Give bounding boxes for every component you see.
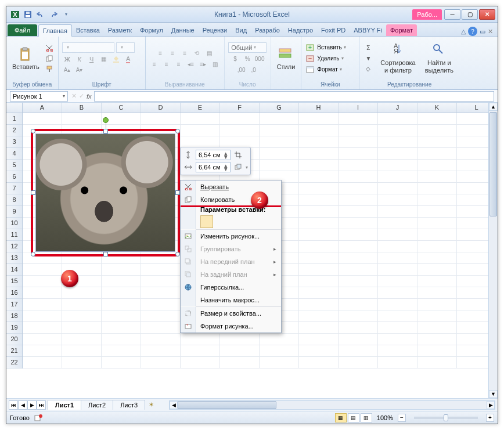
row-header[interactable]: 2 — [6, 125, 22, 136]
enter-formula-icon[interactable]: ✓ — [79, 92, 84, 100]
wrap-text-icon[interactable]: ▤ — [204, 48, 214, 57]
qat-customize-icon[interactable]: ▾ — [61, 9, 71, 20]
grow-font-icon[interactable]: A▴ — [62, 66, 73, 75]
name-box[interactable]: Рисунок 1▾ — [10, 91, 68, 102]
row-header[interactable]: 13 — [6, 252, 22, 264]
indent-increase-icon[interactable]: ≡▸ — [198, 59, 208, 68]
zoom-slider[interactable] — [414, 417, 478, 419]
scroll-down-icon[interactable]: ▼ — [489, 390, 498, 398]
resize-handle[interactable] — [175, 190, 180, 195]
sheet-tab[interactable]: Лист3 — [113, 400, 145, 410]
resize-handle[interactable] — [175, 252, 180, 256]
align-left-icon[interactable]: ≡ — [149, 59, 160, 68]
tab-developer[interactable]: Разрабо — [251, 24, 284, 36]
font-color-icon[interactable]: A — [123, 55, 134, 64]
cells-delete-label[interactable]: Удалить — [317, 55, 339, 62]
zoom-level[interactable]: 100% — [377, 414, 393, 421]
align-top-icon[interactable]: ≡ — [155, 48, 165, 57]
border-icon[interactable]: ▦ — [99, 55, 109, 64]
crop-icon[interactable] — [233, 150, 243, 160]
scroll-thumb[interactable] — [178, 401, 276, 409]
resize-handle[interactable] — [103, 252, 108, 256]
col-header[interactable]: A — [23, 103, 62, 113]
maximize-button[interactable]: ▢ — [462, 9, 478, 20]
close-button[interactable]: ✕ — [479, 9, 495, 20]
row-header[interactable]: 11 — [6, 229, 22, 241]
redo-icon[interactable] — [48, 9, 59, 20]
tab-foxit[interactable]: Foxit PD — [317, 24, 350, 36]
col-header[interactable]: G — [260, 103, 299, 113]
copy-icon[interactable] — [44, 54, 55, 63]
ctx-cut[interactable]: Вырезать — [181, 180, 281, 193]
sort-filter-button[interactable]: AЯ Сортировка и фильтр — [378, 42, 417, 74]
tab-home[interactable]: Главная — [38, 24, 72, 37]
new-sheet-icon[interactable]: ✶ — [145, 401, 157, 409]
col-header[interactable]: K — [417, 103, 457, 113]
row-header[interactable]: 1 — [6, 113, 22, 125]
resize-handle[interactable] — [31, 252, 35, 256]
tab-addins[interactable]: Надстро — [284, 24, 317, 36]
horizontal-scrollbar[interactable]: ◀ ▶ — [169, 400, 495, 410]
font-size-combo[interactable]: ▾ — [116, 42, 135, 53]
row-header[interactable]: 16 — [6, 287, 22, 299]
row-header[interactable]: 12 — [6, 241, 22, 252]
cells-insert-label[interactable]: Вставить — [317, 44, 341, 50]
save-icon[interactable] — [23, 9, 33, 20]
tab-data[interactable]: Данные — [167, 24, 199, 36]
tab-picture-format[interactable]: Формат — [386, 24, 417, 36]
sheet-first-icon[interactable]: ⏮ — [9, 400, 18, 410]
arrange-icon[interactable] — [233, 162, 243, 172]
mini-dropdown-icon[interactable]: ▾ — [246, 165, 248, 170]
insert-cells-icon[interactable]: + — [305, 43, 315, 52]
col-header[interactable]: I — [339, 103, 378, 113]
row-header[interactable]: 6 — [6, 171, 22, 183]
zoom-knob[interactable] — [444, 414, 448, 421]
percent-icon[interactable]: % — [242, 55, 253, 64]
window-restore-icon[interactable]: ▭ — [480, 28, 485, 35]
minimize-button[interactable]: ─ — [444, 9, 460, 20]
comma-icon[interactable]: 000 — [254, 55, 265, 64]
sheet-tab[interactable]: Лист1 — [48, 400, 81, 410]
row-header[interactable]: 8 — [6, 194, 22, 206]
window-close-doc-icon[interactable]: ✕ — [488, 28, 493, 35]
cut-icon[interactable] — [44, 44, 55, 53]
tab-review[interactable]: Рецензи — [199, 24, 232, 36]
col-header[interactable]: J — [378, 103, 417, 113]
ctx-size-properties[interactable]: Размер и свойства... — [181, 307, 281, 320]
fill-color-icon[interactable] — [111, 55, 121, 64]
ctx-hyperlink[interactable]: Гиперссылка... — [181, 281, 281, 294]
file-tab[interactable]: Файл — [8, 24, 37, 36]
shrink-font-icon[interactable]: A▾ — [74, 66, 85, 75]
align-right-icon[interactable]: ≡ — [174, 59, 184, 68]
italic-icon[interactable]: К — [74, 55, 85, 64]
row-header[interactable]: 18 — [6, 310, 22, 322]
sheet-prev-icon[interactable]: ◀ — [18, 400, 27, 410]
rotate-handle[interactable] — [103, 117, 109, 123]
row-header[interactable]: 17 — [6, 299, 22, 310]
paste-button[interactable]: Вставить — [10, 46, 42, 71]
cells-format-label[interactable]: Формат — [317, 66, 338, 73]
ctx-assign-macro[interactable]: Назначить макрос... — [181, 294, 281, 306]
scroll-right-icon[interactable]: ▶ — [487, 401, 495, 409]
font-name-combo[interactable]: ▾ — [62, 42, 114, 53]
merge-icon[interactable]: ▥ — [210, 59, 221, 68]
zoom-in-button[interactable]: + — [486, 414, 494, 422]
tab-page-layout[interactable]: Разметк — [104, 24, 136, 36]
picture-tools-tab[interactable]: Рабо... — [412, 9, 442, 20]
undo-icon[interactable] — [35, 9, 46, 20]
formula-input[interactable] — [94, 91, 494, 102]
row-header[interactable]: 21 — [6, 345, 22, 357]
tab-abbyy[interactable]: ABBYY Fi — [350, 24, 386, 36]
col-header[interactable]: B — [62, 103, 102, 113]
row-header[interactable]: 19 — [6, 322, 22, 334]
width-spinner[interactable]: 6,64 см▴▾ — [196, 162, 231, 172]
col-header[interactable]: C — [102, 103, 141, 113]
row-header[interactable]: 15 — [6, 276, 22, 287]
row-header[interactable]: 5 — [6, 160, 22, 171]
row-header[interactable]: 14 — [6, 264, 22, 276]
resize-handle[interactable] — [31, 129, 35, 133]
delete-cells-icon[interactable]: − — [305, 54, 315, 63]
decrease-decimal-icon[interactable]: ,0 — [249, 66, 259, 75]
scroll-thumb[interactable] — [489, 112, 497, 216]
clear-icon[interactable]: ◇ — [363, 64, 373, 74]
